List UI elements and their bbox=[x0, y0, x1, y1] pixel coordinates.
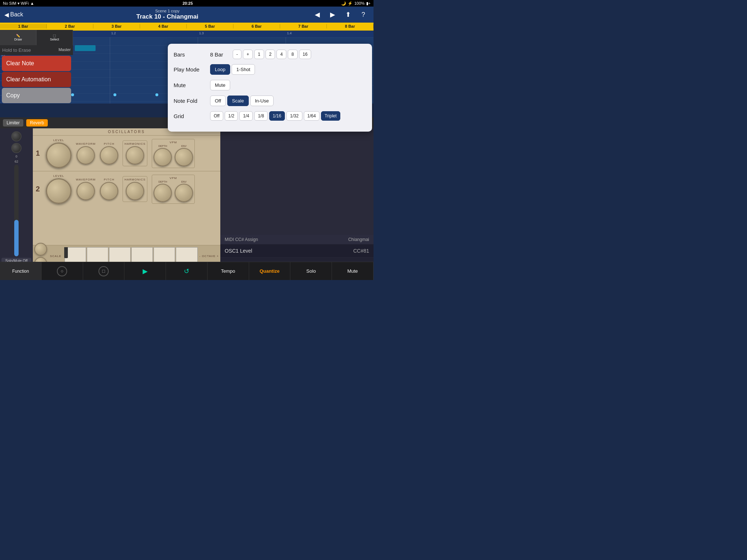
back-label: Back bbox=[10, 11, 23, 18]
record-btn[interactable]: ○ bbox=[42, 262, 83, 280]
osc1-pitch-knob[interactable] bbox=[100, 146, 118, 164]
clear-note-button[interactable]: Clear Note bbox=[2, 56, 71, 71]
bars-minus-btn[interactable]: - bbox=[233, 50, 241, 59]
prev-button[interactable]: ◀ bbox=[311, 9, 323, 20]
scale-knob[interactable] bbox=[34, 243, 47, 256]
mute-toolbar-btn[interactable]: Mute bbox=[332, 262, 374, 280]
midi-name-0: OSC1 Level bbox=[225, 248, 252, 254]
solo-btn[interactable]: Solo bbox=[290, 262, 332, 280]
status-bar: No SIM ▾ WiFi ▲ 20:25 🌙 ⚡ 100% ▮+ bbox=[0, 0, 374, 7]
grid-eighth-btn[interactable]: 1/8 bbox=[254, 111, 268, 121]
bar-3[interactable]: 3 Bar bbox=[93, 24, 140, 28]
bar-1[interactable]: 1 Bar bbox=[0, 24, 47, 28]
loop-btn[interactable]: Loop bbox=[210, 64, 230, 75]
one-shot-btn[interactable]: 1-Shot bbox=[232, 64, 255, 75]
time-display: 20:25 bbox=[182, 1, 193, 5]
export-button[interactable]: ⬆ bbox=[342, 9, 354, 20]
bar-4[interactable]: 4 Bar bbox=[140, 24, 187, 28]
bar-8[interactable]: 8 Bar bbox=[327, 24, 374, 28]
pan-knob[interactable] bbox=[11, 131, 22, 141]
grid-half-btn[interactable]: 1/2 bbox=[225, 111, 238, 121]
osc1-waveform-group: WAVEFORM bbox=[76, 142, 96, 164]
synth-area: Limiter Reverb PHONES OSC / FILTER EG / … bbox=[0, 117, 374, 267]
osc2-waveform-knob[interactable] bbox=[77, 182, 95, 200]
bars-16-btn[interactable]: 16 bbox=[299, 50, 311, 59]
note-2[interactable] bbox=[75, 45, 96, 51]
function-btn[interactable]: Function bbox=[0, 262, 42, 280]
copy-button[interactable]: Copy bbox=[2, 88, 71, 103]
erase-hint: Hold to Erase Master bbox=[0, 45, 73, 55]
grid-sixteenth-btn[interactable]: 1/16 bbox=[269, 111, 285, 121]
osc2-level-group: LEVEL bbox=[46, 174, 71, 204]
midi-row-0[interactable]: OSC1 Level CC#81 bbox=[220, 244, 374, 258]
tempo-btn[interactable]: Tempo bbox=[208, 262, 249, 280]
bars-row: Bars 8 Bar - + 1 2 4 8 16 bbox=[174, 50, 366, 59]
note-fold-off-btn[interactable]: Off bbox=[210, 96, 226, 106]
osc2-env-knob[interactable] bbox=[175, 184, 193, 202]
marker-1-4: 1.4 bbox=[286, 31, 293, 36]
osc1-pitch-group: PITCH bbox=[100, 142, 118, 164]
grid-row: Grid Off 1/2 1/4 1/8 1/16 1/32 1/64 Trip… bbox=[174, 111, 366, 121]
clear-automation-button[interactable]: Clear Automation bbox=[2, 72, 71, 87]
osc2-harmonics-label: HARMONICS bbox=[124, 178, 146, 181]
help-button[interactable]: ? bbox=[357, 9, 369, 20]
grid-32nd-btn[interactable]: 1/32 bbox=[286, 111, 302, 121]
osc1-vpm-group: VPM DEPTH ENV bbox=[152, 139, 195, 168]
osc2-vpm-knobs: DEPTH ENV bbox=[154, 180, 193, 202]
loop-icon: ↺ bbox=[184, 267, 189, 275]
pan-knob-2[interactable] bbox=[11, 143, 22, 153]
draw-tool-button[interactable]: ✏️ Draw bbox=[0, 30, 36, 45]
osc1-level-knob[interactable] bbox=[46, 143, 71, 168]
osc2-pitch-knob[interactable] bbox=[100, 182, 118, 200]
play-mode-row: Play Mode Loop 1-Shot bbox=[174, 64, 366, 75]
play-btn[interactable]: ▶ bbox=[124, 262, 166, 280]
record-circle-icon: ○ bbox=[61, 268, 63, 274]
bars-8-btn[interactable]: 8 bbox=[288, 50, 298, 59]
note-fold-inuse-btn[interactable]: In-Use bbox=[250, 96, 274, 106]
next-button[interactable]: ▶ bbox=[327, 9, 338, 20]
osc2-harmonics-knob[interactable] bbox=[126, 182, 144, 200]
limiter-btn[interactable]: Limiter bbox=[3, 119, 23, 127]
grid-off-btn[interactable]: Off bbox=[210, 111, 223, 121]
mute-btn[interactable]: Mute bbox=[210, 80, 230, 90]
auto-dot-4 bbox=[155, 93, 158, 96]
osc1-env-label: ENV bbox=[181, 145, 186, 147]
select-label: Select bbox=[50, 38, 59, 41]
quantize-btn[interactable]: Quantize bbox=[249, 262, 291, 280]
battery-icon: ▮+ bbox=[366, 1, 371, 6]
reverb-btn[interactable]: Reverb bbox=[26, 119, 48, 127]
midi-title: MIDI CC# Assign bbox=[225, 237, 258, 242]
bars-2-btn[interactable]: 2 bbox=[266, 50, 275, 59]
bar-7[interactable]: 7 Bar bbox=[280, 24, 327, 28]
note-fold-scale-btn[interactable]: Scale bbox=[227, 96, 249, 106]
midi-cc-0: CC#81 bbox=[353, 248, 369, 254]
osc1-env-knob[interactable] bbox=[175, 148, 193, 166]
grid-quarter-btn[interactable]: 1/4 bbox=[239, 111, 253, 121]
bars-4-btn[interactable]: 4 bbox=[276, 50, 286, 59]
osc1-level-label: LEVEL bbox=[53, 139, 64, 142]
osc1-waveform-knob[interactable] bbox=[77, 146, 95, 164]
osc1-depth-knob[interactable] bbox=[154, 148, 172, 166]
bar-6[interactable]: 6 Bar bbox=[233, 24, 280, 28]
osc1-harmonics-knob[interactable] bbox=[126, 146, 144, 164]
pencil-icon: ✏️ bbox=[16, 34, 20, 38]
osc2-depth-knob[interactable] bbox=[154, 184, 172, 202]
bars-plus-btn[interactable]: + bbox=[243, 50, 253, 59]
stop-btn[interactable]: □ bbox=[83, 262, 125, 280]
play-mode-btn-group: Loop 1-Shot bbox=[210, 64, 255, 75]
timeline-bar: 1 Bar 2 Bar 3 Bar 4 Bar 5 Bar 6 Bar 7 Ba… bbox=[0, 23, 374, 31]
bars-1-btn[interactable]: 1 bbox=[254, 50, 264, 59]
bar-2[interactable]: 2 Bar bbox=[47, 24, 93, 28]
select-icon: ⬚ bbox=[53, 34, 56, 38]
back-button[interactable]: ◀ Back bbox=[4, 11, 23, 18]
record-icon: ○ bbox=[57, 266, 67, 276]
grid-triplet-btn[interactable]: Triplet bbox=[321, 111, 340, 121]
bar-5[interactable]: 5 Bar bbox=[187, 24, 233, 28]
grid-64th-btn[interactable]: 1/64 bbox=[304, 111, 320, 121]
scale-label: SCALE bbox=[50, 254, 61, 258]
loop-btn[interactable]: ↺ bbox=[166, 262, 208, 280]
fader-track[interactable] bbox=[14, 165, 19, 256]
select-tool-button[interactable]: ⬚ Select bbox=[36, 30, 73, 45]
marker-1-2: 1.2 bbox=[110, 31, 117, 36]
osc2-level-knob[interactable] bbox=[46, 178, 71, 204]
